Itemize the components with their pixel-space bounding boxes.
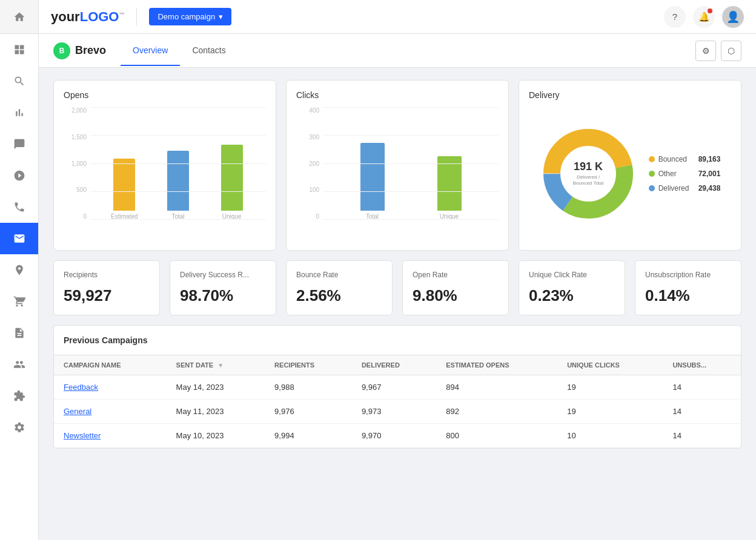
delivery-donut-container: 191 K Delivered / Bounced Total Bounced …: [529, 107, 731, 240]
sidebar-item-grid[interactable]: [0, 34, 38, 65]
row-general-unsub: 14: [663, 400, 741, 424]
content-header: B Brevo Overview Contacts ⚙ ⬡: [39, 34, 756, 68]
th-recipients: RECIPIENTS: [265, 355, 352, 375]
y-label-0-opens: 0: [83, 213, 87, 220]
stat-unsub-label: Unsubscription Rate: [645, 271, 731, 279]
sidebar-item-location[interactable]: [0, 254, 38, 286]
table-row: General May 11, 2023 9,976 9,973 892 19 …: [54, 400, 741, 424]
demo-campaign-button[interactable]: Demo campaign ▾: [149, 8, 231, 25]
clicks-chart-card: Clicks 400 300 200 100 0: [286, 80, 509, 251]
sidebar-item-users[interactable]: [0, 349, 38, 380]
top-header: yourLOGO™ Demo campaign ▾ ? 🔔 👤: [39, 0, 756, 34]
filter-button[interactable]: ⚙: [695, 41, 716, 61]
stat-click-rate: Unique Click Rate 0.23%: [519, 260, 625, 315]
y-label-0-clicks: 0: [316, 213, 319, 220]
opens-chart-card: Opens 2,000 1,500 1,000 500 0: [53, 80, 276, 251]
bar-total-fill: [167, 151, 189, 211]
share-button[interactable]: ⬡: [721, 41, 741, 61]
notifications-button[interactable]: 🔔: [693, 6, 715, 28]
sidebar: [0, 0, 39, 540]
stat-click-value: 0.23%: [529, 286, 615, 305]
sidebar-item-chart[interactable]: [0, 97, 38, 128]
donut-chart: 191 K Delivered / Bounced Total: [540, 125, 637, 222]
row-general-date: May 11, 2023: [167, 400, 265, 424]
clicks-bar-chart: 400 300 200 100 0: [296, 107, 499, 240]
avatar-image: 👤: [726, 10, 740, 24]
donut-svg: 191 K Delivered / Bounced Total: [540, 125, 637, 222]
y-label-2000: 2,000: [71, 107, 87, 114]
row-newsletter-name: Newsletter: [54, 424, 167, 448]
stat-delivery-label: Delivery Success R...: [180, 271, 266, 279]
bar-clicks-total: Total: [341, 143, 403, 220]
bar-clicks-total-label: Total: [366, 213, 379, 220]
bar-estimated-fill: [113, 159, 135, 211]
stat-open-value: 9.80%: [413, 286, 499, 305]
row-newsletter-date: May 10, 2023: [167, 424, 265, 448]
legend-other-label: Other: [658, 170, 695, 178]
y-label-400: 400: [309, 107, 319, 114]
bar-unique-opens: Unique: [210, 145, 254, 220]
legend-bounced-dot: [649, 156, 655, 162]
tab-overview[interactable]: Overview: [121, 36, 180, 66]
y-label-200: 200: [309, 160, 319, 167]
y-label-1500: 1,500: [71, 134, 87, 140]
legend-delivered: Delivered 29,438: [649, 184, 721, 193]
legend-bounced: Bounced 89,163: [649, 155, 721, 163]
sidebar-item-target[interactable]: [0, 160, 38, 191]
row-newsletter-unsub: 14: [663, 424, 741, 448]
row-feedback-name: Feedback: [54, 375, 167, 400]
row-newsletter-opens: 800: [436, 424, 557, 448]
sidebar-item-cart[interactable]: [0, 286, 38, 317]
legend-other-value: 72,001: [698, 170, 721, 178]
row-general-delivered: 9,973: [352, 400, 436, 424]
stat-bounce-value: 2.56%: [296, 286, 382, 305]
bar-clicks-unique-fill: [437, 156, 462, 211]
brevo-logo-icon: B: [53, 42, 70, 59]
legend-other: Other 72,001: [649, 170, 721, 178]
brevo-title: Brevo: [75, 44, 106, 57]
sidebar-item-search[interactable]: [0, 65, 38, 97]
stat-recipients-label: Recipients: [64, 271, 150, 279]
campaign-link-general[interactable]: General: [64, 407, 91, 416]
sidebar-item-settings[interactable]: [0, 412, 38, 443]
bar-clicks-unique-label: Unique: [440, 213, 459, 220]
campaign-link-newsletter[interactable]: Newsletter: [64, 431, 101, 440]
bar-clicks-unique: Unique: [418, 156, 480, 220]
user-avatar[interactable]: 👤: [722, 6, 744, 28]
th-delivered: DELIVERED: [352, 355, 436, 375]
row-feedback-delivered: 9,967: [352, 375, 436, 400]
row-general-opens: 892: [436, 400, 557, 424]
row-general-recipients: 9,976: [265, 400, 352, 424]
sidebar-item-chat[interactable]: [0, 128, 38, 160]
row-general-name: General: [54, 400, 167, 424]
filter-icon: ⚙: [702, 46, 710, 56]
table-header-row: CAMPAIGN NAME SENT DATE ▼ RECIPIENTS DEL…: [54, 355, 741, 375]
demo-campaign-label: Demo campaign: [158, 12, 215, 21]
sidebar-item-email[interactable]: [0, 223, 38, 254]
sidebar-item-plugin[interactable]: [0, 380, 38, 412]
share-icon: ⬡: [728, 46, 735, 56]
sidebar-item-report[interactable]: [0, 317, 38, 349]
campaign-link-feedback[interactable]: Feedback: [64, 383, 98, 392]
help-button[interactable]: ?: [664, 6, 686, 28]
previous-campaigns-card: Previous Campaigns CAMPAIGN NAME SENT DA…: [53, 325, 741, 449]
sidebar-item-phone[interactable]: [0, 191, 38, 223]
stat-bounce-label: Bounce Rate: [296, 271, 382, 279]
stat-recipients-value: 59,927: [64, 286, 150, 305]
tab-contacts[interactable]: Contacts: [180, 36, 237, 66]
legend-bounced-label: Bounced: [658, 155, 695, 163]
stat-open-label: Open Rate: [413, 271, 499, 279]
stat-open-rate: Open Rate 9.80%: [402, 260, 509, 315]
content-header-left: B Brevo Overview Contacts: [53, 36, 238, 65]
bar-unique-label: Unique: [222, 213, 242, 220]
y-label-500: 500: [76, 186, 87, 193]
stat-delivery-success: Delivery Success R... 98.70%: [170, 260, 276, 315]
legend-bounced-value: 89,163: [698, 155, 721, 163]
sidebar-item-home[interactable]: [0, 0, 38, 34]
delivery-legend: Bounced 89,163 Other 72,001 Delivered 29…: [649, 155, 721, 193]
clicks-chart-title: Clicks: [296, 90, 499, 100]
th-sent-date[interactable]: SENT DATE ▼: [167, 355, 265, 375]
table-row: Newsletter May 10, 2023 9,994 9,970 800 …: [54, 424, 741, 448]
stat-unsub-rate: Unsubscription Rate 0.14%: [635, 260, 741, 315]
header-right: ? 🔔 👤: [664, 6, 744, 28]
